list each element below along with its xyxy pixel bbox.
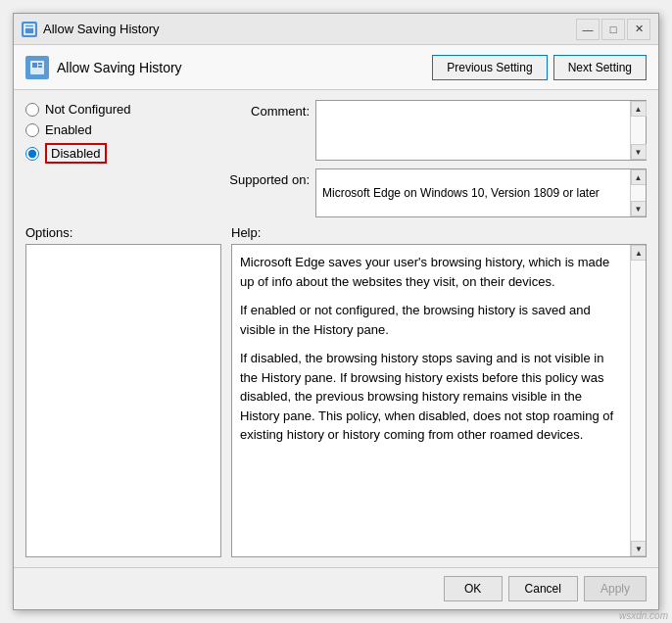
comment-input[interactable]	[316, 101, 630, 160]
comment-label: Comment:	[221, 100, 310, 119]
svg-rect-3	[32, 63, 37, 68]
supported-scrollbar: ▲ ▼	[630, 169, 646, 216]
options-box	[25, 244, 221, 557]
supported-label: Supported on:	[221, 168, 310, 187]
disabled-label: Disabled	[45, 143, 107, 164]
header-bar: Allow Saving History Previous Setting Ne…	[14, 45, 658, 90]
help-paragraph-1: Microsoft Edge saves your user's browsin…	[240, 253, 622, 291]
cancel-button[interactable]: Cancel	[508, 576, 578, 601]
enabled-label: Enabled	[45, 122, 92, 137]
help-title: Help:	[231, 225, 647, 240]
svg-rect-5	[38, 66, 42, 68]
enabled-radio[interactable]	[25, 123, 39, 137]
help-box: Microsoft Edge saves your user's browsin…	[231, 244, 647, 557]
watermark: wsxdn.com	[619, 610, 668, 621]
window-title: Allow Saving History	[43, 22, 160, 36]
comment-wrapper: ▲ ▼	[315, 100, 647, 161]
next-setting-button[interactable]: Next Setting	[553, 55, 647, 80]
options-panel: Options:	[25, 225, 221, 557]
scroll-up-arrow[interactable]: ▲	[631, 101, 647, 117]
apply-button[interactable]: Apply	[584, 576, 647, 601]
previous-setting-button[interactable]: Previous Setting	[432, 55, 547, 80]
not-configured-option[interactable]: Not Configured	[25, 102, 221, 117]
title-bar-left: Allow Saving History	[22, 22, 160, 37]
supported-scroll-down[interactable]: ▼	[631, 201, 647, 216]
supported-scroll-up[interactable]: ▲	[631, 169, 647, 185]
title-buttons: — □ ✕	[576, 19, 650, 40]
right-panel: Comment: ▲ ▼ Supported on: Microsoft Edg…	[221, 100, 647, 217]
header-icon	[25, 56, 49, 79]
header-left: Allow Saving History	[25, 56, 182, 79]
nav-buttons: Previous Setting Next Setting	[432, 55, 647, 80]
help-scroll-track	[631, 261, 646, 541]
comment-row: Comment: ▲ ▼	[221, 100, 647, 161]
window-icon	[22, 22, 37, 37]
bottom-section: Options: Help: Microsoft Edge saves your…	[25, 225, 647, 557]
main-window: Allow Saving History — □ ✕ Allow Saving …	[13, 13, 659, 610]
svg-rect-0	[24, 24, 34, 34]
comment-scrollbar: ▲ ▼	[630, 101, 646, 160]
scroll-down-arrow[interactable]: ▼	[631, 144, 647, 160]
help-scroll-down[interactable]: ▼	[631, 541, 647, 556]
svg-rect-4	[38, 63, 42, 65]
help-scrollbar: ▲ ▼	[630, 245, 646, 556]
help-text: Microsoft Edge saves your user's browsin…	[232, 245, 630, 556]
supported-value: Microsoft Edge on Windows 10, Version 18…	[316, 169, 630, 216]
close-button[interactable]: ✕	[627, 19, 650, 40]
supported-field: Microsoft Edge on Windows 10, Version 18…	[315, 168, 647, 217]
help-paragraph-3: If disabled, the browsing history stops …	[240, 349, 622, 445]
disabled-radio[interactable]	[25, 147, 39, 161]
header-title: Allow Saving History	[57, 60, 182, 75]
help-paragraph-2: If enabled or not configured, the browsi…	[240, 301, 622, 339]
minimize-button[interactable]: —	[576, 19, 600, 40]
supported-scroll-track	[631, 185, 646, 201]
scroll-track	[631, 117, 646, 144]
top-section: Not Configured Enabled Disabled Comment:	[25, 100, 647, 217]
disabled-option[interactable]: Disabled	[25, 143, 221, 164]
radio-panel: Not Configured Enabled Disabled	[25, 100, 221, 217]
title-bar: Allow Saving History — □ ✕	[14, 14, 658, 45]
maximize-button[interactable]: □	[601, 19, 625, 40]
options-title: Options:	[25, 225, 221, 240]
not-configured-radio[interactable]	[25, 103, 39, 117]
ok-button[interactable]: OK	[444, 576, 503, 601]
content-area: Not Configured Enabled Disabled Comment:	[14, 90, 658, 567]
footer: OK Cancel Apply	[14, 567, 658, 609]
help-panel: Help: Microsoft Edge saves your user's b…	[231, 225, 647, 557]
not-configured-label: Not Configured	[45, 102, 130, 117]
help-scroll-up[interactable]: ▲	[631, 245, 647, 261]
enabled-option[interactable]: Enabled	[25, 122, 221, 137]
supported-row: Supported on: Microsoft Edge on Windows …	[221, 168, 647, 217]
